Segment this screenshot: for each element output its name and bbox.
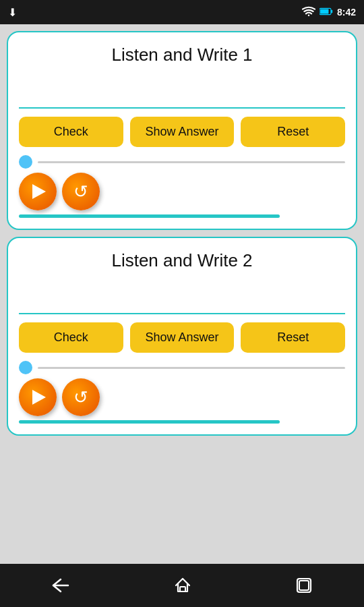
card-1-input[interactable] — [19, 76, 345, 109]
time-display: 8:42 — [337, 7, 356, 18]
card-2-replay-button[interactable]: ↺ — [62, 378, 100, 416]
card-2-title: Listen and Write 2 — [19, 250, 345, 271]
card-2-reset-button[interactable]: Reset — [241, 322, 345, 353]
card-2-play-button[interactable] — [19, 378, 57, 416]
card-1-button-row: Check Show Answer Reset — [19, 117, 345, 147]
status-bar-left: ⬇ — [8, 6, 17, 19]
card-2-show-answer-button[interactable]: Show Answer — [130, 322, 235, 353]
card-1-show-answer-button[interactable]: Show Answer — [130, 117, 235, 147]
recents-button[interactable] — [282, 571, 326, 600]
status-bar: ⬇ 8:42 — [0, 0, 364, 24]
back-button[interactable] — [38, 573, 84, 598]
card-2-check-button[interactable]: Check — [19, 322, 123, 353]
card-2-input[interactable] — [19, 282, 345, 314]
card-2-progress-container — [19, 361, 345, 374]
content-area: Listen and Write 1 Check Show Answer Res… — [0, 24, 364, 564]
wifi-icon — [302, 6, 315, 19]
card-1-audio-row: ↺ — [19, 155, 345, 218]
back-arrow-icon — [51, 578, 70, 593]
card-2-button-row: Check Show Answer Reset — [19, 322, 345, 353]
card-1-replay-button[interactable]: ↺ — [62, 173, 100, 210]
svg-rect-7 — [299, 581, 309, 590]
card-2-playback-buttons: ↺ — [19, 378, 345, 416]
card-1-title: Listen and Write 1 — [19, 45, 345, 65]
card-1-playback-buttons: ↺ — [19, 173, 345, 210]
card-1-progress-container — [19, 155, 345, 169]
svg-rect-3 — [320, 9, 328, 13]
card-1-blue-progress — [19, 214, 280, 218]
recents-icon — [295, 577, 313, 594]
card-1-reset-button[interactable]: Reset — [241, 117, 345, 147]
card-2-progress-dot[interactable] — [19, 361, 32, 374]
status-bar-right: 8:42 — [302, 6, 356, 19]
card-1: Listen and Write 1 Check Show Answer Res… — [7, 31, 357, 230]
download-icon: ⬇ — [8, 6, 17, 19]
card-1-progress-track — [38, 161, 345, 163]
card-1-progress-dot[interactable] — [19, 155, 32, 169]
svg-rect-2 — [331, 9, 332, 13]
nav-bar — [0, 564, 364, 607]
svg-point-0 — [308, 14, 310, 16]
battery-icon — [320, 7, 333, 18]
home-button[interactable] — [160, 571, 206, 600]
card-1-check-button[interactable]: Check — [19, 117, 123, 147]
home-icon — [173, 576, 192, 595]
card-1-play-button[interactable] — [19, 173, 57, 210]
card-2-progress-track — [38, 367, 345, 369]
card-2-blue-progress — [19, 420, 280, 424]
card-2-audio-row: ↺ — [19, 361, 345, 424]
card-2: Listen and Write 2 Check Show Answer Res… — [7, 237, 357, 436]
